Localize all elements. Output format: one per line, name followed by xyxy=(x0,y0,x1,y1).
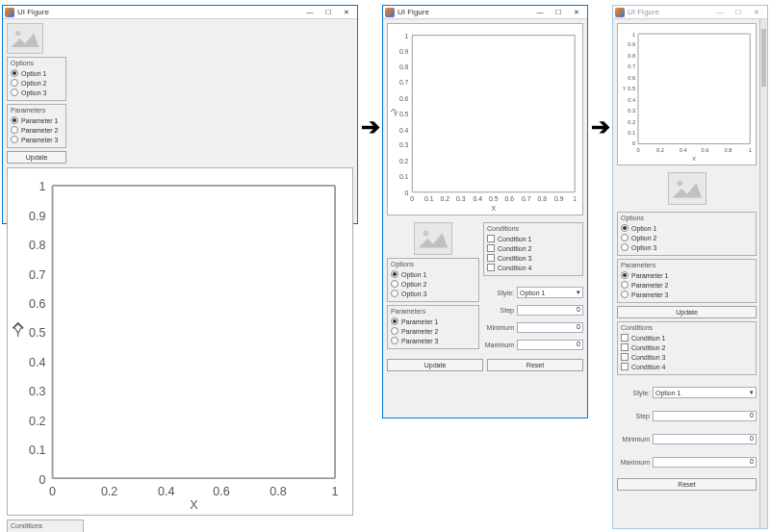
maximize-button[interactable]: ☐ xyxy=(730,7,747,18)
svg-text:1: 1 xyxy=(749,147,752,153)
svg-text:0.2: 0.2 xyxy=(399,158,409,165)
param-3[interactable]: Parameter 3 xyxy=(391,336,475,345)
cond-3[interactable]: Condition 3 xyxy=(621,352,753,362)
step-input[interactable]: 0 xyxy=(653,411,757,421)
min-input[interactable]: 0 xyxy=(653,434,757,444)
svg-text:X: X xyxy=(491,205,496,212)
cond-3[interactable]: Condition 3 xyxy=(487,253,579,263)
maximize-button[interactable]: ☐ xyxy=(320,7,337,18)
step-input[interactable]: 0 xyxy=(517,305,583,316)
chevron-down-icon: ▾ xyxy=(750,389,754,396)
svg-text:0: 0 xyxy=(636,147,639,153)
param-2[interactable]: Parameter 2 xyxy=(391,326,475,336)
option-2[interactable]: Option 2 xyxy=(11,78,63,88)
option-3[interactable]: Option 3 xyxy=(391,289,475,298)
cond-1[interactable]: Condition 1 xyxy=(487,234,579,243)
svg-text:0.6: 0.6 xyxy=(29,297,45,311)
params-panel: Parameters Parameter 1 Parameter 2 Param… xyxy=(387,305,479,349)
param-2[interactable]: Parameter 2 xyxy=(621,280,753,290)
option-2[interactable]: Option 2 xyxy=(621,233,753,242)
scroll-thumb[interactable] xyxy=(761,29,766,87)
plot-area: 00.10.20.30.40.50.60.70.80.91 00.20.40.6… xyxy=(7,167,353,516)
option-3[interactable]: Option 3 xyxy=(621,242,753,252)
update-button[interactable]: Update xyxy=(387,359,483,371)
titlebar: UI Figure —☐✕ xyxy=(383,6,587,19)
minimize-button[interactable]: — xyxy=(711,7,729,18)
image-placeholder xyxy=(668,172,706,205)
param-2[interactable]: Parameter 2 xyxy=(11,125,63,135)
svg-text:0.4: 0.4 xyxy=(158,485,174,498)
svg-text:0.2: 0.2 xyxy=(29,415,45,428)
option-3[interactable]: Option 3 xyxy=(11,88,63,97)
svg-point-1 xyxy=(15,31,20,36)
titlebar: UI Figure —☐✕ xyxy=(613,6,767,19)
svg-text:0.8: 0.8 xyxy=(29,239,45,252)
window-title: UI Figure xyxy=(398,8,531,16)
svg-text:0.9: 0.9 xyxy=(628,41,635,47)
svg-text:0.7: 0.7 xyxy=(29,268,45,282)
param-1[interactable]: Parameter 1 xyxy=(621,270,753,280)
update-button[interactable]: Update xyxy=(617,306,757,318)
svg-text:0.1: 0.1 xyxy=(628,130,635,136)
option-2[interactable]: Option 2 xyxy=(391,279,475,289)
param-1[interactable]: Parameter 1 xyxy=(391,317,475,326)
svg-text:0: 0 xyxy=(405,190,409,196)
svg-text:0.8: 0.8 xyxy=(724,147,732,153)
min-input[interactable]: 0 xyxy=(517,322,583,333)
svg-text:0.1: 0.1 xyxy=(29,443,45,457)
scrollbar[interactable] xyxy=(759,19,767,528)
cond-4[interactable]: Condition 4 xyxy=(487,263,579,272)
maximize-button[interactable]: ☐ xyxy=(550,7,567,18)
conditions-panel: Conditions Condition 1 Condition 2 Condi… xyxy=(617,321,757,375)
minimize-button[interactable]: — xyxy=(531,7,549,18)
params-panel: Parameters Parameter 1 Parameter 2 Param… xyxy=(7,104,66,148)
option-1[interactable]: Option 1 xyxy=(391,269,475,279)
minimize-button[interactable]: — xyxy=(301,7,319,18)
svg-text:X: X xyxy=(190,498,198,512)
close-button[interactable]: ✕ xyxy=(338,7,355,18)
param-3[interactable]: Parameter 3 xyxy=(11,135,63,144)
svg-text:0.4: 0.4 xyxy=(399,127,409,134)
close-button[interactable]: ✕ xyxy=(568,7,585,18)
window-wide: UI Figure — ☐ ✕ Options Option 1 Option … xyxy=(2,5,358,224)
svg-text:0.8: 0.8 xyxy=(270,485,286,498)
update-button[interactable]: Update xyxy=(7,151,66,164)
svg-text:0.6: 0.6 xyxy=(213,485,229,498)
svg-text:0.7: 0.7 xyxy=(628,63,635,69)
svg-text:0.2: 0.2 xyxy=(628,119,635,125)
close-button[interactable]: ✕ xyxy=(748,7,765,18)
svg-text:0.4: 0.4 xyxy=(29,356,45,369)
window-medium: UI Figure —☐✕ 00.10.20.30.40.50.60.70.80… xyxy=(382,5,588,418)
max-input[interactable]: 0 xyxy=(653,457,757,468)
titlebar: UI Figure — ☐ ✕ xyxy=(3,6,357,19)
cond-2[interactable]: Condition 2 xyxy=(487,243,579,253)
option-1[interactable]: Option 1 xyxy=(621,223,753,233)
svg-text:0.5: 0.5 xyxy=(29,326,45,340)
style-select[interactable]: Option 1▾ xyxy=(517,287,583,298)
window-title: UI Figure xyxy=(628,8,711,16)
cond-2[interactable]: Condition 2 xyxy=(621,342,753,352)
svg-text:0.3: 0.3 xyxy=(29,385,45,398)
cond-1[interactable]: Condition 1 xyxy=(621,333,753,342)
reset-button[interactable]: Reset xyxy=(617,478,757,491)
svg-text:0.5: 0.5 xyxy=(628,86,635,91)
options-panel: Options Option 1 Option 2 Option 3 xyxy=(387,258,479,302)
svg-text:0: 0 xyxy=(410,195,414,202)
max-input[interactable]: 0 xyxy=(517,340,583,350)
svg-text:0.2: 0.2 xyxy=(656,147,664,153)
svg-text:0.7: 0.7 xyxy=(399,79,409,86)
param-1[interactable]: Parameter 1 xyxy=(11,115,63,125)
svg-text:0.1: 0.1 xyxy=(399,173,409,180)
svg-text:0.6: 0.6 xyxy=(399,95,409,102)
svg-text:0.5: 0.5 xyxy=(399,111,409,117)
svg-rect-0 xyxy=(8,25,42,53)
cond-4[interactable]: Condition 4 xyxy=(621,362,753,371)
conditions-panel: Conditions Condition 1 Condition 2 Condi… xyxy=(7,519,84,532)
option-1[interactable]: Option 1 xyxy=(11,68,63,78)
svg-rect-78 xyxy=(669,174,706,203)
options-panel: Options Option 1 Option 2 Option 3 xyxy=(617,212,757,256)
param-3[interactable]: Parameter 3 xyxy=(621,290,753,299)
style-select[interactable]: Option 1▾ xyxy=(653,387,757,398)
reset-button[interactable]: Reset xyxy=(487,359,583,371)
svg-text:0.3: 0.3 xyxy=(628,108,635,114)
